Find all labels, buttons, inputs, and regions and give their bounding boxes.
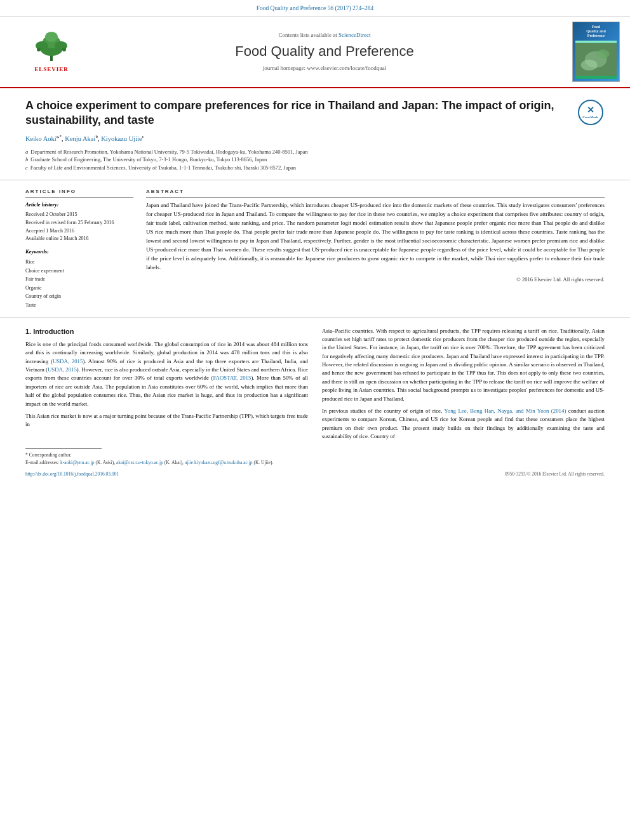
doi-anchor[interactable]: http://dx.doi.org/10.1016/j.foodqual.201… <box>25 471 119 477</box>
keyword-rice: Rice <box>25 258 133 267</box>
abstract-col: ABSTRACT Japan and Thailand have joined … <box>146 188 605 310</box>
header-left: ELSEVIER <box>10 29 93 74</box>
body-left-col: 1. Introduction Rice is one of the princ… <box>25 327 308 445</box>
author-aoki-sup: a,* <box>57 134 62 139</box>
crossmark-badge[interactable]: ✕ CrossMark <box>576 98 605 127</box>
svg-point-10 <box>581 60 598 70</box>
affil-text-a: Department of Research Promotion, Yokoha… <box>30 148 308 156</box>
footnote-corresponding: * Corresponding author. <box>25 451 605 458</box>
elsevier-label: ELSEVIER <box>34 65 69 74</box>
author-ujiie-sup: c <box>142 134 144 139</box>
sciencedirect-link[interactable]: ScienceDirect <box>338 32 370 38</box>
svg-point-11 <box>596 50 610 58</box>
journal-reference: Food Quality and Preference 56 (2017) 27… <box>257 5 374 11</box>
crossmark-text-label: CrossMark <box>582 115 598 119</box>
article-title-section: A choice experiment to compare preferenc… <box>0 88 630 180</box>
journal-homepage-text: journal homepage: www.elsevier.com/locat… <box>263 65 386 71</box>
journal-cover-graphic <box>575 41 617 78</box>
intro-para1: Rice is one of the principal foods consu… <box>25 340 308 408</box>
intro-para2: This Asian rice market is now at a major… <box>25 412 308 429</box>
ref-usda-2015-1[interactable]: USDA, 2015 <box>53 358 83 364</box>
keyword-country-of-origin: Country of origin <box>25 292 133 301</box>
svg-point-7 <box>62 48 66 51</box>
header-section: ELSEVIER Contents lists available at Sci… <box>0 17 630 88</box>
issn-text: 0950-3293/© 2016 Elsevier Ltd. All right… <box>505 471 605 478</box>
keywords-title: Keywords: <box>25 248 133 256</box>
crossmark-x-symbol: ✕ <box>587 106 594 115</box>
ref-faostat-2015[interactable]: FAOSTAT, 2015 <box>213 375 251 381</box>
footnote-divider <box>25 448 102 449</box>
authors-line: Keiko Aokia,*, Kenju Akaib, Kiyokazu Uji… <box>25 134 605 143</box>
abstract-text: Japan and Thailand have joined the Trans… <box>146 201 605 272</box>
article-title-row: A choice experiment to compare preferenc… <box>25 98 605 135</box>
keyword-choice-experiment: Choice experiment <box>25 267 133 276</box>
history-revised: Received in revised form 25 February 201… <box>25 219 133 227</box>
article-info-heading: ARTICLE INFO <box>25 188 133 197</box>
affil-letter-b: b <box>25 156 28 164</box>
contents-line: Contents lists available at ScienceDirec… <box>93 31 556 39</box>
affiliation-a: a Department of Research Promotion, Yoko… <box>25 148 605 156</box>
affiliation-c: c Faculty of Life and Environmental Scie… <box>25 164 605 172</box>
author-akai-sup: b <box>95 134 98 139</box>
ref-yong-lee[interactable]: Yong Lee, Bong Han, Nayga, and Min Yoon … <box>444 408 566 414</box>
affiliations: a Department of Research Promotion, Yoko… <box>25 148 605 172</box>
right-para2: In previous studies of the country of or… <box>322 407 605 441</box>
svg-point-3 <box>45 32 58 42</box>
doi-link[interactable]: http://dx.doi.org/10.1016/j.foodqual.201… <box>25 471 119 478</box>
journal-cover-image: FoodQuality andPreference <box>572 22 620 82</box>
affil-letter-c: c <box>25 164 28 172</box>
email-aoki[interactable]: k-aoki@ynu.ac.jp <box>60 460 95 465</box>
article-info-abstract-section: ARTICLE INFO Article history: Received 2… <box>0 180 630 318</box>
author-keiko-aoki[interactable]: Keiko Aoki <box>25 135 57 142</box>
intro-heading: 1. Introduction <box>25 327 308 337</box>
bottom-bar: http://dx.doi.org/10.1016/j.foodqual.201… <box>0 469 630 481</box>
affil-text-b: Graduate School of Engineering, The Univ… <box>30 156 267 164</box>
affil-letter-a: a <box>25 148 28 156</box>
copyright-line: © 2016 Elsevier Ltd. All rights reserved… <box>146 276 605 284</box>
email-ujiie[interactable]: ujiie.kiyokazu.ugf@u.tsukuba.ac.jp <box>185 460 253 465</box>
email-label: E-mail addresses: <box>25 460 60 465</box>
article-title-text: A choice experiment to compare preferenc… <box>25 98 570 135</box>
history-accepted: Accepted 1 March 2016 <box>25 227 133 236</box>
keyword-organic: Organic <box>25 284 133 293</box>
elsevier-tree-icon <box>29 29 74 64</box>
email-akai[interactable]: akai@css.t.u-tokyo.ac.jp <box>116 460 163 465</box>
journal-cover-title: FoodQuality andPreference <box>586 25 606 39</box>
body-two-col: 1. Introduction Rice is one of the princ… <box>0 318 630 445</box>
header-right: FoodQuality andPreference <box>556 22 620 82</box>
abstract-heading: ABSTRACT <box>146 188 605 197</box>
footnote-section: * Corresponding author. E-mail addresses… <box>0 444 630 466</box>
keyword-taste: Taste <box>25 301 133 310</box>
journal-homepage: journal homepage: www.elsevier.com/locat… <box>93 64 556 72</box>
article-main-title: A choice experiment to compare preferenc… <box>25 98 570 128</box>
author-kiyokazu-ujiie[interactable]: Kiyokazu Ujiie <box>101 135 142 142</box>
journal-title-big: Food Quality and Preference <box>93 42 556 62</box>
ref-usda-2015-2[interactable]: USDA, 2015 <box>48 366 77 373</box>
author-kenju-akai[interactable]: Kenju Akai <box>65 135 95 142</box>
history-received: Received 2 October 2015 <box>25 211 133 219</box>
article-info-col: ARTICLE INFO Article history: Received 2… <box>25 188 133 310</box>
crossmark-icon: ✕ CrossMark <box>578 100 603 125</box>
affil-text-c: Faculty of Life and Environmental Scienc… <box>30 164 296 172</box>
top-banner: Food Quality and Preference 56 (2017) 27… <box>0 0 630 17</box>
body-right-col: Asia–Pacific countries. With respect to … <box>322 327 605 445</box>
elsevier-logo: ELSEVIER <box>29 29 74 74</box>
article-history-title: Article history: <box>25 201 133 209</box>
keyword-fair-trade: Fair trade <box>25 275 133 284</box>
header-center: Contents lists available at ScienceDirec… <box>93 31 556 72</box>
right-para1: Asia–Pacific countries. With respect to … <box>322 327 605 403</box>
footnote-emails: E-mail addresses: k-aoki@ynu.ac.jp (K. A… <box>25 459 605 466</box>
history-online: Available online 2 March 2016 <box>25 235 133 243</box>
affiliation-b: b Graduate School of Engineering, The Un… <box>25 156 605 164</box>
svg-point-6 <box>37 48 41 51</box>
contents-label: Contents lists available at <box>279 32 337 38</box>
page-wrapper: Food Quality and Preference 56 (2017) 27… <box>0 0 630 840</box>
